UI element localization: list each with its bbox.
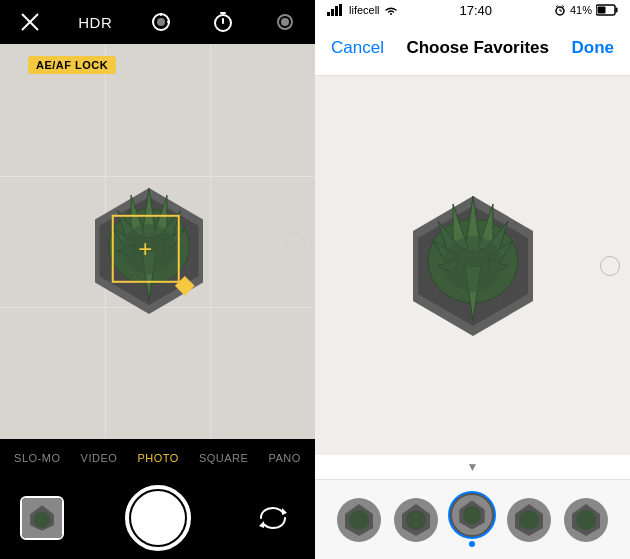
fav-thumb-container-2 [394,498,438,542]
mode-selector: SLO-MO VIDEO PHOTO SQUARE PANO [0,439,315,477]
status-bar: lifecell 17:40 41% [315,0,630,20]
fav-thumb-container-1 [337,498,381,542]
photo-thumbnail-button[interactable] [20,496,64,540]
wifi-icon [384,5,398,16]
flash-button[interactable] [16,8,44,36]
fav-thumb-1[interactable] [337,498,381,542]
battery-label: 41% [570,4,592,16]
camera-viewfinder[interactable]: AE/AF LOCK [0,44,315,439]
favorites-header: Cancel Choose Favorites Done [315,20,630,76]
svg-point-54 [443,236,503,292]
battery-area: 41% [554,4,618,16]
svg-point-64 [576,510,596,530]
svg-rect-31 [335,6,338,16]
favorites-panel: lifecell 17:40 41% [315,0,630,559]
scroll-down-arrow: ▼ [467,460,479,474]
favorites-arrow-row: ▼ [315,455,630,479]
favorites-title: Choose Favorites [406,38,549,58]
svg-point-56 [349,510,369,530]
preview-scroll-indicator [600,256,620,276]
svg-rect-32 [339,4,342,16]
fav-thumb-container-3 [450,493,494,547]
focus-box: + [111,214,179,282]
signal-area: lifecell [327,4,398,16]
svg-point-60 [463,505,481,523]
mode-photo[interactable]: PHOTO [137,452,178,464]
shutter-inner [131,491,185,545]
mode-slo-mo[interactable]: SLO-MO [14,452,60,464]
battery-icon [596,4,618,16]
done-button[interactable]: Done [571,38,614,58]
timer-button[interactable] [209,8,237,36]
hdr-label[interactable]: HDR [78,14,112,31]
fav-thumb-5[interactable] [564,498,608,542]
thumbnail-image [22,498,62,538]
viewfinder-scroll-indicator [285,232,305,252]
shutter-row [0,477,315,559]
svg-point-58 [406,510,426,530]
shutter-button[interactable] [125,485,191,551]
svg-marker-27 [282,508,287,515]
favorites-thumbnails [315,479,630,559]
alarm-icon [554,4,566,16]
signal-icon [327,4,345,16]
svg-rect-39 [616,8,618,13]
fav-thumb-4[interactable] [507,498,551,542]
carrier-label: lifecell [349,4,380,16]
svg-point-10 [281,18,289,26]
flip-camera-button[interactable] [251,496,295,540]
favorites-preview [315,76,630,455]
fav-thumb-2[interactable] [394,498,438,542]
camera-panel: HDR AE/AF LOC [0,0,315,559]
svg-point-62 [519,510,539,530]
exposure-button[interactable] [147,8,175,36]
live-button[interactable] [271,8,299,36]
aeaf-lock-badge: AE/AF LOCK [28,56,116,74]
camera-bottom-bar: SLO-MO VIDEO PHOTO SQUARE PANO [0,439,315,559]
fav-thumb-3[interactable] [450,493,494,537]
fav-thumb-container-5 [564,498,608,542]
svg-rect-29 [327,12,330,16]
cancel-button[interactable]: Cancel [331,38,384,58]
mode-square[interactable]: SQUARE [199,452,248,464]
mode-pano[interactable]: PANO [269,452,301,464]
svg-point-5 [157,18,165,26]
svg-marker-28 [259,521,264,528]
fav-thumb-container-4 [507,498,551,542]
selected-dot [469,541,475,547]
status-time: 17:40 [460,3,493,18]
svg-line-36 [556,6,558,8]
svg-rect-40 [598,7,606,14]
mode-video[interactable]: VIDEO [81,452,118,464]
svg-point-26 [34,512,50,528]
camera-top-bar: HDR [0,0,315,44]
favorites-plant-image [373,166,573,366]
svg-line-37 [562,6,564,8]
svg-rect-30 [331,9,334,16]
